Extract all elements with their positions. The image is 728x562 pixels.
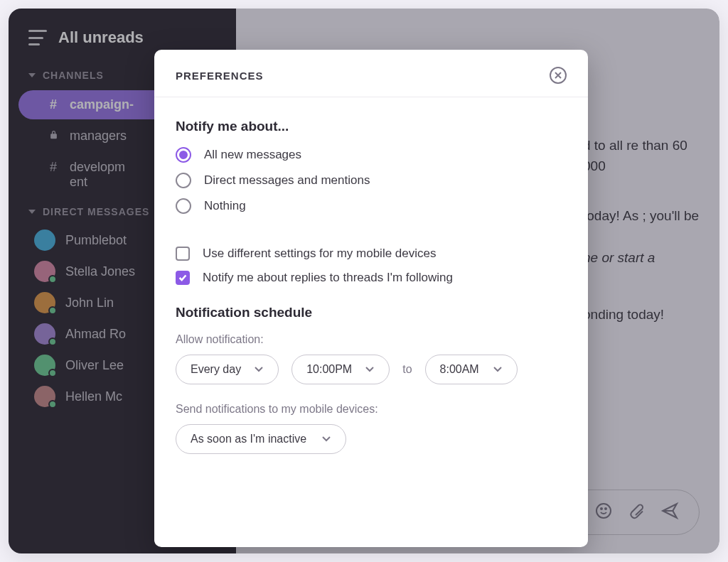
select-value: As soon as I'm inactive <box>191 433 306 445</box>
chevron-down-icon <box>493 363 503 376</box>
avatar <box>34 292 55 313</box>
time-from-select[interactable]: 10:00PM <box>291 355 390 384</box>
dm-label: Hellen Mc <box>65 389 122 404</box>
checkbox-mobile-settings[interactable]: Use different settings for my mobile dev… <box>176 247 567 261</box>
chevron-down-icon <box>254 363 264 376</box>
chevron-down-icon <box>321 433 331 445</box>
svg-point-0 <box>596 504 611 518</box>
modal-body: Notify me about... All new messages Dire… <box>154 97 588 468</box>
lock-icon <box>47 129 60 144</box>
checkbox-label: Use different settings for my mobile dev… <box>203 247 437 261</box>
dm-label: John Lin <box>65 296 114 310</box>
allow-notification-label: Allow notification: <box>176 333 567 346</box>
mobile-notif-label: Send notifications to my mobile devices: <box>176 403 567 416</box>
to-label: to <box>402 363 412 376</box>
page-title: All unreads <box>58 28 144 47</box>
radio-label: All new messages <box>204 148 301 162</box>
chevron-down-icon <box>365 363 375 376</box>
time-to-select[interactable]: 8:00AM <box>425 355 518 384</box>
channel-label: campaign- <box>70 97 134 112</box>
dm-label: Ahmad Ro <box>65 327 126 342</box>
emoji-icon[interactable] <box>595 502 612 522</box>
dm-label: Pumblebot <box>65 233 127 248</box>
checkbox-label: Notify me about replies to threads I'm f… <box>203 271 453 285</box>
chevron-down-icon <box>28 73 36 77</box>
dm-label: Oliver Lee <box>65 358 124 373</box>
avatar <box>34 386 55 407</box>
modal-title: PREFERENCES <box>176 70 264 82</box>
avatar <box>34 355 55 376</box>
radio-all-messages[interactable]: All new messages <box>176 147 567 163</box>
avatar <box>34 261 55 282</box>
hash-icon: # <box>47 97 60 112</box>
hash-icon: # <box>47 160 60 175</box>
close-button[interactable] <box>550 67 567 84</box>
select-value: 10:00PM <box>306 363 352 376</box>
channels-label: CHANNELS <box>43 70 104 81</box>
status-dot <box>48 337 57 346</box>
radio-icon <box>176 198 191 214</box>
status-dot <box>48 306 57 315</box>
checkbox-icon <box>176 247 190 261</box>
checkbox-icon <box>176 271 190 285</box>
avatar <box>34 323 55 345</box>
app-window: All unreads CHANNELS # campaign- manager… <box>9 9 719 553</box>
status-dot <box>48 400 57 409</box>
radio-icon <box>176 173 191 188</box>
radio-dm-mentions[interactable]: Direct messages and mentions <box>176 173 567 188</box>
svg-point-2 <box>605 508 606 509</box>
dms-label: DIRECT MESSAGES <box>43 206 149 217</box>
radio-label: Direct messages and mentions <box>204 173 370 188</box>
status-dot <box>48 275 57 283</box>
modal-header: PREFERENCES <box>154 50 588 97</box>
radio-label: Nothing <box>204 199 246 213</box>
channel-label: development <box>70 160 125 190</box>
channel-label: managers <box>70 129 127 144</box>
chevron-down-icon <box>28 210 36 214</box>
radio-nothing[interactable]: Nothing <box>176 198 567 214</box>
notify-section-title: Notify me about... <box>176 119 567 134</box>
send-icon[interactable] <box>660 502 679 523</box>
radio-icon <box>176 147 191 163</box>
checkbox-thread-replies[interactable]: Notify me about replies to threads I'm f… <box>176 271 567 285</box>
dm-label: Stella Jones <box>65 264 135 279</box>
mobile-when-select[interactable]: As soon as I'm inactive <box>176 424 346 454</box>
mobile-notif-row: As soon as I'm inactive <box>176 424 567 454</box>
attachment-icon[interactable] <box>628 502 645 522</box>
select-value: 8:00AM <box>440 363 479 376</box>
avatar <box>34 229 55 251</box>
select-value: Every day <box>191 363 241 376</box>
svg-point-1 <box>601 508 602 509</box>
preferences-modal: PREFERENCES Notify me about... All new m… <box>154 50 588 547</box>
frequency-select[interactable]: Every day <box>176 355 279 384</box>
schedule-section-title: Notification schedule <box>176 305 567 320</box>
status-dot <box>48 369 57 377</box>
schedule-row: Every day 10:00PM to 8:00AM <box>176 355 567 384</box>
menu-icon[interactable] <box>28 30 47 45</box>
